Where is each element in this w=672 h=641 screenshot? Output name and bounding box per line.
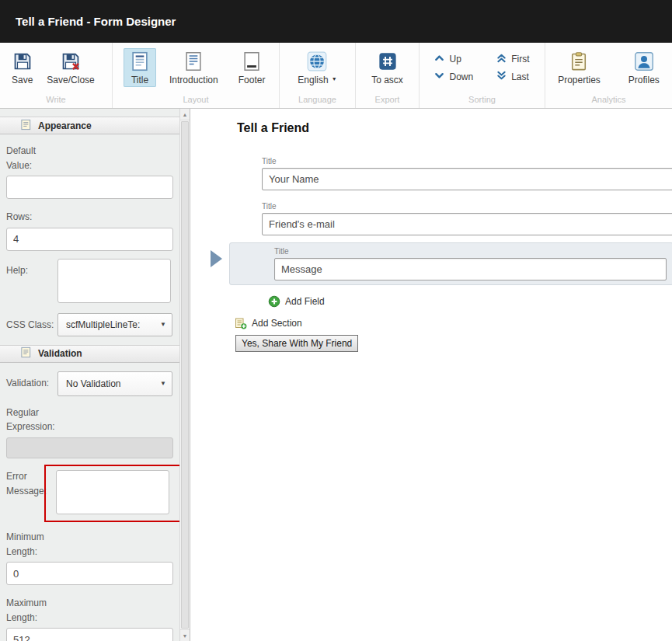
add-field-icon: [268, 295, 280, 308]
friends-email-input[interactable]: [262, 213, 672, 235]
save-button[interactable]: Save: [5, 48, 40, 87]
section-header-appearance: Appearance: [0, 117, 179, 134]
window-titlebar: Tell a Friend - Form Designer: [0, 0, 672, 43]
footer-icon: [242, 51, 261, 72]
properties-icon: [569, 51, 589, 72]
ribbon-group-layout: Title Introduction Footer Layout: [113, 43, 280, 108]
add-section-button[interactable]: Add Section: [235, 317, 302, 329]
ribbon-group-write: Save Save/Close Write: [0, 43, 113, 108]
footer-button[interactable]: Footer: [232, 48, 273, 87]
sort-up-button[interactable]: Up: [434, 53, 473, 65]
form-field-message-selected[interactable]: Title: [229, 242, 672, 285]
ribbon-group-export: To ascx Export: [356, 43, 420, 108]
field-title-label: Title: [262, 202, 672, 211]
globe-icon: [307, 51, 327, 72]
form-field-your-name[interactable]: Title: [262, 157, 672, 190]
error-highlight-box: [44, 465, 179, 522]
layout-group-label: Layout: [113, 95, 279, 104]
css-class-label: CSS Class:: [6, 313, 57, 333]
maximum-length-label: Maximum Length:: [6, 596, 61, 625]
default-value-label: Default Value:: [6, 144, 61, 172]
language-dropdown-button[interactable]: English ▼: [291, 48, 343, 87]
rows-input[interactable]: [6, 228, 173, 251]
regular-expression-label: Regular Expression:: [6, 406, 61, 434]
ribbon-group-language: English ▼ Language: [280, 43, 356, 108]
language-group-label: Language: [280, 95, 355, 104]
double-chevron-down-icon: [496, 71, 507, 83]
default-value-input[interactable]: [6, 176, 173, 199]
help-textarea[interactable]: [57, 259, 171, 303]
error-message-textarea[interactable]: [56, 470, 169, 514]
selection-arrow-icon: [211, 250, 222, 267]
regular-expression-input: [6, 437, 173, 458]
title-button[interactable]: Title: [124, 48, 156, 87]
ribbon-toolbar: Save Save/Close Write Title: [0, 43, 672, 109]
scrollbar-thumb[interactable]: [181, 121, 189, 629]
introduction-button[interactable]: Introduction: [162, 48, 225, 87]
sort-last-button[interactable]: Last: [496, 71, 529, 83]
your-name-input[interactable]: [262, 168, 672, 190]
add-field-button[interactable]: Add Field: [268, 295, 325, 308]
dropdown-caret-icon: ▼: [332, 76, 337, 82]
ribbon-group-sorting: Up Down First Last: [420, 43, 545, 108]
ascx-icon: [378, 51, 398, 72]
field-title-label: Title: [262, 157, 672, 165]
profiles-icon: [634, 51, 654, 72]
profiles-button[interactable]: Profiles: [622, 48, 667, 87]
sort-first-button[interactable]: First: [496, 53, 529, 65]
error-message-label: Error Message:: [6, 465, 44, 498]
form-canvas: Tell a Friend Title Title Title Add Fiel…: [190, 109, 672, 641]
to-ascx-button[interactable]: To ascx: [364, 48, 410, 87]
section-header-validation: Validation: [0, 345, 179, 363]
window-title: Tell a Friend - Form Designer: [16, 15, 176, 28]
form-field-friends-email[interactable]: Title: [262, 202, 672, 235]
sort-down-button[interactable]: Down: [434, 71, 473, 83]
validation-label: Validation:: [6, 371, 57, 391]
appearance-section-icon: [20, 119, 32, 133]
save-close-icon: [61, 51, 81, 72]
write-group-label: Write: [0, 95, 112, 104]
form-designer-window: Tell a Friend - Form Designer Save Save/…: [0, 0, 672, 641]
scroll-down-button[interactable]: ▼: [180, 629, 190, 641]
field-title-label: Title: [274, 247, 667, 256]
minimum-length-label: Minimum Length:: [6, 530, 61, 559]
properties-button[interactable]: Properties: [551, 48, 608, 87]
help-label: Help:: [6, 259, 57, 278]
dropdown-caret-icon: ▼: [155, 380, 166, 387]
sidebar-scrollbar[interactable]: ▲ ▼: [179, 109, 190, 641]
dropdown-caret-icon: ▼: [155, 321, 166, 328]
validation-section-icon: [20, 347, 32, 361]
message-input[interactable]: [274, 258, 667, 280]
scroll-up-button[interactable]: ▲: [180, 109, 190, 120]
analytics-group-label: Analytics: [545, 95, 672, 104]
properties-panel: Appearance Default Value: Rows: Help: CS…: [0, 109, 190, 641]
sorting-group-label: Sorting: [420, 95, 545, 104]
rows-label: Rows:: [6, 210, 61, 225]
submit-button[interactable]: Yes, Share With My Friend: [235, 335, 358, 352]
title-icon: [131, 51, 149, 72]
css-class-select[interactable]: scfMultipleLineTe: ▼: [57, 313, 172, 336]
maximum-length-input[interactable]: [6, 628, 173, 641]
chevron-up-icon: [434, 53, 444, 65]
minimum-length-input[interactable]: [6, 562, 173, 585]
save-close-button[interactable]: Save/Close: [40, 48, 101, 87]
ribbon-group-analytics: Properties Profiles Analytics: [545, 43, 672, 108]
chevron-down-icon: [434, 71, 444, 83]
introduction-icon: [184, 51, 203, 72]
add-section-icon: [235, 317, 247, 329]
validation-select[interactable]: No Validation ▼: [57, 371, 172, 396]
form-title: Tell a Friend: [237, 121, 309, 135]
double-chevron-up-icon: [496, 53, 507, 65]
export-group-label: Export: [356, 95, 419, 104]
save-icon: [12, 51, 33, 72]
